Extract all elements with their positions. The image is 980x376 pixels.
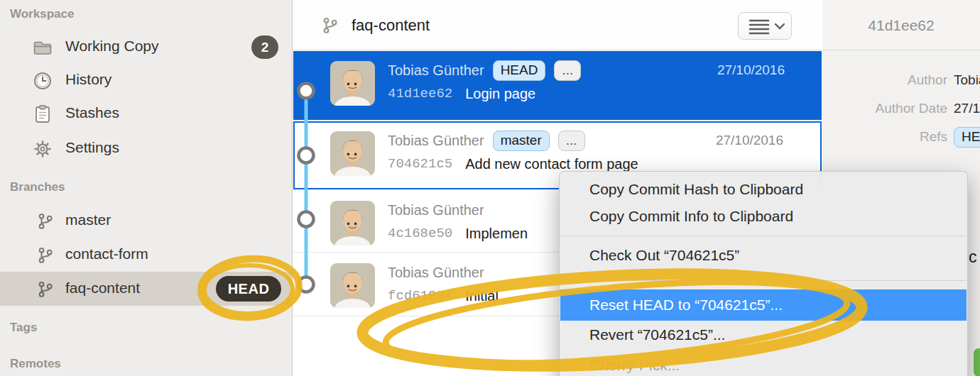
commit-list-header: faq-content — [293, 0, 822, 50]
avatar — [330, 61, 375, 106]
field-value: Tobias Günther — [954, 72, 980, 88]
commit-author: Tobias Günther — [388, 133, 484, 149]
commit-row[interactable]: Tobias Günther HEAD ... 41d1ee62 Login p… — [293, 51, 822, 120]
commit-date: 27/10/2016 — [717, 62, 785, 78]
ref-badge-master[interactable]: master — [493, 131, 550, 151]
sidebar-item-branch-master[interactable]: master — [0, 207, 293, 236]
view-options-button[interactable] — [738, 12, 792, 40]
git-client-window: Workspace Working Copy History Stashes S… — [0, 0, 980, 376]
sidebar-section-tags[interactable]: Tags — [10, 321, 37, 335]
branch-icon — [37, 213, 54, 230]
branch-icon — [37, 281, 54, 298]
commit-author: Tobias Günther — [388, 265, 484, 281]
commit-message: Implemen — [465, 226, 528, 242]
more-refs-badge[interactable]: ... — [554, 60, 581, 81]
menu-separator — [560, 280, 967, 281]
head-badge: HEAD — [216, 276, 281, 302]
sidebar-section-workspace: Workspace — [10, 7, 74, 21]
avatar — [330, 201, 375, 245]
clipboard-icon — [33, 104, 53, 124]
sidebar-item-branch-contact-form[interactable]: contact-form — [0, 241, 293, 270]
sidebar-item-label: faq-content — [65, 280, 140, 297]
commit-hash: 704621c5 — [388, 156, 452, 172]
sidebar: Workspace Working Copy History Stashes S… — [0, 0, 293, 376]
detail-field-author: Author Tobias Günther — [822, 67, 980, 93]
more-refs-badge[interactable]: ... — [558, 131, 585, 151]
sidebar-item-working-copy[interactable]: Working Copy — [0, 33, 293, 62]
sidebar-section-remotes[interactable]: Remotes — [10, 357, 61, 371]
field-value: 27/10/2016 — [954, 101, 980, 116]
commit-hash: fcd61994 — [388, 288, 452, 304]
clock-icon — [33, 71, 53, 91]
commit-author: Tobias Günther — [388, 202, 484, 219]
branch-icon — [322, 17, 339, 34]
avatar — [330, 263, 375, 308]
sidebar-item-settings[interactable]: Settings — [0, 135, 293, 163]
current-branch-title: faq-content — [352, 16, 430, 35]
ref-badge-head[interactable]: HEAD — [493, 60, 546, 81]
menu-item-copy-hash[interactable]: Copy Commit Hash to Clipboard — [560, 176, 967, 203]
menu-separator — [560, 236, 967, 236]
field-label: Author Date — [822, 101, 947, 116]
commit-hash: 41d1ee62 — [388, 86, 452, 101]
menu-item-reset-head[interactable]: Reset HEAD to “704621c5”... — [560, 289, 967, 321]
sidebar-item-label: Settings — [65, 139, 119, 156]
hamburger-chevron-icon — [739, 13, 791, 39]
working-copy-count-badge: 2 — [251, 35, 278, 59]
detail-panel-hash-title: 41d1ee62 — [822, 0, 980, 50]
commit-date: 27/10/2016 — [716, 133, 783, 148]
green-button-fragment[interactable] — [974, 348, 980, 376]
sidebar-item-label: Stashes — [65, 104, 119, 121]
branch-icon — [37, 247, 54, 264]
menu-item-copy-info[interactable]: Copy Commit Info to Clipboard — [560, 203, 967, 230]
sidebar-item-history[interactable]: History — [0, 67, 293, 95]
commit-hash: 4c168e50 — [388, 226, 452, 241]
commit-message: Initial — [465, 288, 499, 304]
sidebar-item-label: Working Copy — [65, 38, 159, 55]
commit-author: Tobias Günther — [388, 62, 484, 79]
sidebar-item-label: History — [65, 71, 111, 88]
menu-item-check-out[interactable]: Check Out “704621c5” — [560, 241, 967, 270]
ref-badge-head[interactable]: HEAD — [954, 127, 980, 148]
sidebar-item-stashes[interactable]: Stashes — [0, 100, 293, 128]
folder-icon — [33, 38, 53, 57]
field-label: Author — [822, 72, 947, 88]
menu-item-revert[interactable]: Revert “704621c5”... — [560, 321, 967, 349]
field-label: Refs — [822, 129, 947, 145]
gear-icon — [33, 139, 53, 159]
commit-message: Login page — [465, 86, 535, 102]
commit-message: Add new contact form page — [465, 156, 638, 172]
detail-field-author-date: Author Date 27/10/2016 — [822, 96, 980, 121]
sidebar-section-branches: Branches — [10, 180, 65, 194]
clipped-panel-text: c — [969, 248, 977, 267]
context-menu: Copy Commit Hash to Clipboard Copy Commi… — [559, 171, 968, 376]
sidebar-item-label: master — [65, 211, 111, 228]
sidebar-item-label: contact-form — [65, 245, 148, 262]
avatar — [330, 131, 375, 176]
menu-item-cherry-pick[interactable]: Cherry-Pick... — [560, 352, 967, 376]
detail-field-refs: Refs HEAD — [822, 124, 980, 150]
